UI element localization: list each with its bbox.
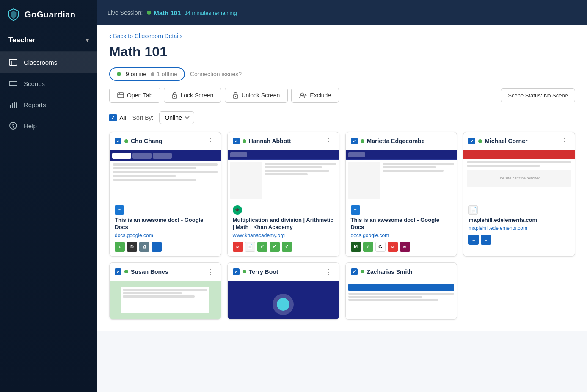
cho-site-icon: ≡	[115, 205, 124, 215]
card-checkbox-hannah[interactable]	[233, 138, 240, 144]
sidebar-item-scenes[interactable]: Scenes	[0, 73, 97, 94]
cho-url[interactable]: docs.google.com	[115, 232, 216, 238]
online-count: 9 online	[117, 71, 146, 77]
hannah-menu-icon[interactable]: ⋮	[323, 136, 334, 146]
sidebar-item-classrooms[interactable]: Classrooms	[0, 52, 97, 73]
marietta-app1-icon: M	[351, 242, 361, 252]
sidebar-item-reports[interactable]: Reports	[0, 94, 97, 115]
hannah-url[interactable]: www.khanacademy.org	[233, 232, 334, 238]
marietta-footer: ≡ This is an awesome doc! - Google Docs …	[346, 201, 457, 256]
student-card-cho-chang: Cho Chang ⋮	[109, 132, 221, 257]
michael-footer: 📄 maplehill.edelements.com maplehill.ede…	[463, 201, 575, 249]
card-header-zacharias: Zacharias Smith ⋮	[346, 263, 457, 281]
exclude-button[interactable]: Exclude	[291, 88, 339, 103]
cho-menu-icon[interactable]: ⋮	[205, 136, 216, 146]
lock-screen-label: Lock Screen	[180, 92, 213, 99]
card-header-hannah: Hannah Abbott ⋮	[228, 132, 339, 150]
cho-app-icons: + D ⎙ ≡	[115, 242, 216, 252]
terry-screenshot[interactable]	[228, 281, 339, 319]
classrooms-label: Classrooms	[24, 59, 57, 66]
marietta-app-icons: M ✓ G M M	[351, 242, 452, 252]
marietta-screenshot[interactable]	[346, 150, 457, 201]
main-content: Live Session: Math 101 34 minutes remain…	[97, 0, 587, 392]
terry-online-dot-icon	[243, 270, 246, 273]
scene-status-label: Scene Status: No Scene	[508, 92, 568, 99]
card-header-michael: Michael Corner ⋮	[463, 132, 575, 150]
goguardian-logo-icon	[7, 8, 20, 21]
michael-screenshot[interactable]: The site can't be reached	[463, 150, 575, 201]
cho-app4-icon: ≡	[152, 242, 162, 252]
sort-by-label: Sort By:	[132, 114, 154, 121]
cho-tab1	[112, 153, 131, 159]
student-card-hannah-abbott: Hannah Abbott ⋮	[227, 132, 339, 257]
cho-line5	[113, 179, 196, 181]
marietta-app2-icon: ✓	[363, 242, 373, 252]
marietta-menu-icon[interactable]: ⋮	[441, 136, 452, 146]
back-link[interactable]: ‹ Back to Classroom Details	[109, 32, 183, 40]
exclude-label: Exclude	[310, 92, 331, 99]
content-inner: ‹ Back to Classroom Details Math 101 9 o…	[97, 25, 587, 331]
card-checkbox-marietta[interactable]	[351, 138, 358, 144]
offline-dot-icon	[151, 72, 154, 76]
cho-screenshot[interactable]	[110, 150, 221, 201]
cho-online-dot-icon	[124, 139, 128, 143]
connection-issues-link[interactable]: Connection issues?	[190, 71, 242, 77]
online-offline-toggle[interactable]: 9 online 1 offline	[109, 67, 185, 81]
card-checkbox-zacharias[interactable]	[351, 268, 358, 275]
svg-rect-0	[9, 59, 17, 65]
lock-screen-button[interactable]: Lock Screen	[164, 88, 221, 103]
michael-app2-icon: ≡	[481, 235, 491, 245]
select-all-checkbox[interactable]: All	[109, 114, 127, 121]
page-title: Math 101	[109, 44, 575, 60]
cho-tab2	[132, 153, 152, 159]
zacharias-menu-icon[interactable]: ⋮	[441, 267, 452, 276]
top-bar: Live Session: Math 101 34 minutes remain…	[97, 0, 587, 25]
open-tab-button[interactable]: Open Tab	[109, 88, 160, 103]
scene-status-box: Scene Status: No Scene	[501, 88, 575, 102]
cho-line2	[113, 167, 196, 169]
reports-icon	[8, 100, 18, 109]
svg-rect-6	[12, 103, 13, 108]
students-grid-bottom: Susan Bones ⋮	[109, 262, 575, 320]
scenes-icon	[8, 79, 18, 88]
unlock-screen-button[interactable]: Unlock Screen	[225, 88, 288, 103]
students-grid: Cho Chang ⋮	[109, 132, 575, 257]
zacharias-screenshot[interactable]	[346, 281, 457, 319]
classrooms-icon	[8, 58, 18, 67]
michael-menu-icon[interactable]: ⋮	[559, 136, 570, 146]
card-checkbox-terry[interactable]	[233, 268, 240, 275]
hannah-app5-icon: ✓	[282, 242, 292, 252]
svg-rect-5	[10, 105, 11, 108]
hannah-app3-icon: ✓	[257, 242, 267, 252]
all-checkbox-icon[interactable]	[109, 114, 117, 121]
cho-line1	[113, 163, 218, 166]
michael-page-title: maplehill.edelements.com	[468, 217, 570, 224]
student-card-terry-boot: Terry Boot ⋮	[227, 262, 339, 320]
svg-text:?: ?	[12, 124, 15, 129]
susan-menu-icon[interactable]: ⋮	[205, 267, 216, 276]
card-checkbox-cho[interactable]	[115, 138, 121, 144]
teacher-section[interactable]: Teacher ▾	[0, 29, 97, 52]
michael-app1-icon: ≡	[468, 235, 479, 245]
online-dot-icon	[117, 72, 121, 76]
student-name-hannah: Hannah Abbott	[249, 138, 323, 144]
terry-menu-icon[interactable]: ⋮	[323, 267, 334, 276]
michael-online-dot-icon	[478, 139, 482, 143]
michael-url[interactable]: maplehill.edelements.com	[468, 225, 570, 231]
logo-text: GoGuardian	[25, 10, 76, 19]
sort-select[interactable]: Online Offline Name	[159, 111, 194, 124]
hannah-screenshot[interactable]	[228, 150, 339, 201]
marietta-url[interactable]: docs.google.com	[351, 232, 452, 238]
sidebar-item-help[interactable]: ? Help	[0, 115, 97, 136]
svg-point-17	[235, 96, 236, 97]
help-label: Help	[24, 122, 37, 130]
svg-rect-7	[14, 102, 15, 108]
chevron-down-icon: ▾	[86, 37, 89, 44]
susan-screenshot[interactable]	[110, 281, 221, 319]
svg-rect-11	[118, 93, 124, 98]
card-checkbox-michael[interactable]	[468, 138, 475, 144]
card-checkbox-susan[interactable]	[115, 268, 121, 275]
card-header-marietta: Marietta Edgecombe ⋮	[346, 132, 457, 150]
open-tab-label: Open Tab	[127, 92, 152, 99]
cho-app2-icon: D	[127, 242, 137, 252]
